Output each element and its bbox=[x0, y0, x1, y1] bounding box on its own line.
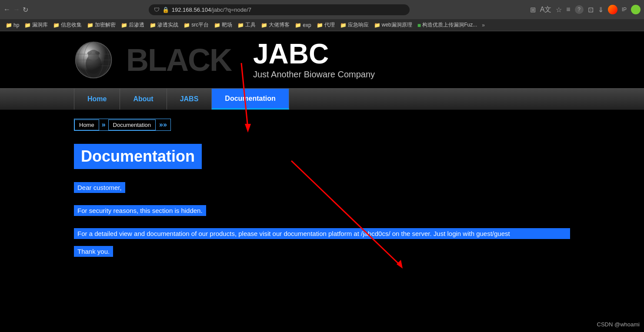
ip-label: IP bbox=[622, 7, 627, 13]
bookmark-hp[interactable]: 📁 hp bbox=[3, 21, 21, 29]
nav-about[interactable]: About bbox=[120, 89, 167, 110]
bookmark-pentest[interactable]: 📁 渗透实战 bbox=[147, 20, 180, 30]
bookmark-icon: ■ bbox=[417, 22, 421, 29]
bookmark-incident[interactable]: 📁 应急响应 bbox=[338, 20, 371, 30]
breadcrumb-home[interactable]: Home bbox=[74, 120, 99, 130]
breadcrumb-arrow: »» bbox=[156, 119, 170, 130]
dear-customer-text: Dear customer, bbox=[74, 182, 125, 193]
folder-icon: 📁 bbox=[374, 22, 380, 28]
site-subtitle: Just Another Bioware Company bbox=[253, 70, 375, 80]
main-content: Documentation Dear customer, For securit… bbox=[0, 135, 644, 271]
security-note-text: For security reasons, this section is hi… bbox=[74, 205, 206, 216]
bookmark-blog[interactable]: 📁 大佬博客 bbox=[259, 20, 292, 30]
folder-icon: 📁 bbox=[317, 22, 323, 28]
bookmark-crypto[interactable]: 📁 加密解密 bbox=[85, 20, 118, 30]
nav-jabs[interactable]: JABS bbox=[167, 89, 212, 110]
bookmark-info[interactable]: 📁 信息收集 bbox=[51, 20, 84, 30]
browser-toolbar: ← → ↻ 🛡 🔒 192.168.56.104/jabc/?q=node/7 … bbox=[0, 0, 644, 19]
profile-icon[interactable] bbox=[608, 5, 617, 14]
bookmark-vulndb[interactable]: 📁 漏洞库 bbox=[22, 20, 50, 30]
url-text: 192.168.56.104/jabc/?q=node/7 bbox=[172, 7, 251, 13]
bookmark-web-vuln[interactable]: 📁 web漏洞原理 bbox=[372, 20, 414, 30]
collections-icon[interactable]: ≡ bbox=[566, 6, 570, 13]
extension-icon[interactable] bbox=[631, 5, 641, 14]
browser-toolbar-icons: ⊞ A文 ☆ ≡ ? ⊡ ⇓ IP bbox=[530, 5, 641, 14]
breadcrumb-separator: » bbox=[99, 119, 108, 130]
folder-icon: 📁 bbox=[24, 22, 31, 28]
folder-icon: 📁 bbox=[261, 22, 267, 28]
reload-button[interactable]: ↻ bbox=[23, 6, 28, 14]
logo-black-text: BLACK bbox=[126, 42, 231, 78]
folder-icon: 📁 bbox=[87, 22, 93, 28]
bookmarks-more[interactable]: » bbox=[482, 22, 485, 28]
folder-icon: 📁 bbox=[6, 22, 12, 28]
visit-note-text: For a detailed view and documentation of… bbox=[74, 228, 570, 239]
page-content: BLACK JABC Just Another Bioware Company … bbox=[0, 31, 644, 314]
back-button[interactable]: ← bbox=[3, 6, 10, 13]
folder-icon: 📁 bbox=[340, 22, 347, 28]
bookmark-fuzz[interactable]: ■ 构造优质上传漏洞Fuz... bbox=[415, 20, 479, 30]
downloads-icon[interactable]: ⇓ bbox=[598, 6, 604, 14]
folder-icon: 📁 bbox=[150, 22, 156, 28]
extensions-icon[interactable]: ⊞ bbox=[530, 6, 536, 14]
folder-icon: 📁 bbox=[121, 22, 127, 28]
page-title: Documentation bbox=[74, 144, 202, 169]
bookmark-exp[interactable]: 📁 exp bbox=[293, 21, 313, 29]
folder-icon: 📁 bbox=[214, 22, 220, 28]
bookmark-target[interactable]: 📁 靶场 bbox=[212, 20, 234, 30]
address-bar[interactable]: 🛡 🔒 192.168.56.104/jabc/?q=node/7 bbox=[149, 4, 410, 15]
lock-icon: 🔒 bbox=[162, 7, 169, 13]
bookmark-tools[interactable]: 📁 工具 bbox=[235, 20, 258, 30]
star-icon[interactable]: ☆ bbox=[556, 6, 562, 14]
folder-icon: 📁 bbox=[237, 22, 244, 28]
site-header: BLACK JABC Just Another Bioware Company bbox=[0, 31, 644, 88]
logo-globe bbox=[74, 40, 113, 80]
nav-home[interactable]: Home bbox=[74, 89, 120, 110]
bookmark-src[interactable]: 📁 src平台 bbox=[181, 20, 211, 30]
shield-icon: 🛡 bbox=[154, 7, 160, 13]
screenshot-icon[interactable]: ⊡ bbox=[588, 6, 594, 14]
folder-icon: 📁 bbox=[295, 22, 301, 28]
bookmarks-bar: 📁 hp 📁 漏洞库 📁 信息收集 📁 加密解密 📁 后渗透 📁 渗透实战 📁 … bbox=[0, 19, 644, 31]
bookmark-postpenetration[interactable]: 📁 后渗透 bbox=[119, 20, 147, 30]
thank-you-text: Thank you. bbox=[74, 246, 113, 257]
nav-bar: Home About JABS Documentation bbox=[0, 88, 644, 110]
site-title-block: JABC Just Another Bioware Company bbox=[253, 40, 375, 80]
help-icon[interactable]: ? bbox=[575, 5, 584, 14]
breadcrumb-area: Home » Documentation »» bbox=[0, 110, 644, 135]
breadcrumb-current: Documentation bbox=[108, 120, 156, 130]
translate-icon[interactable]: A文 bbox=[540, 5, 552, 14]
watermark: CSDN @whoami bbox=[597, 321, 640, 328]
folder-icon: 📁 bbox=[53, 22, 60, 28]
breadcrumb: Home » Documentation »» bbox=[74, 119, 171, 131]
folder-icon: 📁 bbox=[184, 22, 190, 28]
browser-chrome: ← → ↻ 🛡 🔒 192.168.56.104/jabc/?q=node/7 … bbox=[0, 0, 644, 31]
nav-documentation[interactable]: Documentation bbox=[212, 89, 289, 110]
bookmark-proxy[interactable]: 📁 代理 bbox=[314, 20, 337, 30]
site-title: JABC bbox=[253, 40, 375, 68]
forward-button[interactable]: → bbox=[13, 6, 20, 13]
